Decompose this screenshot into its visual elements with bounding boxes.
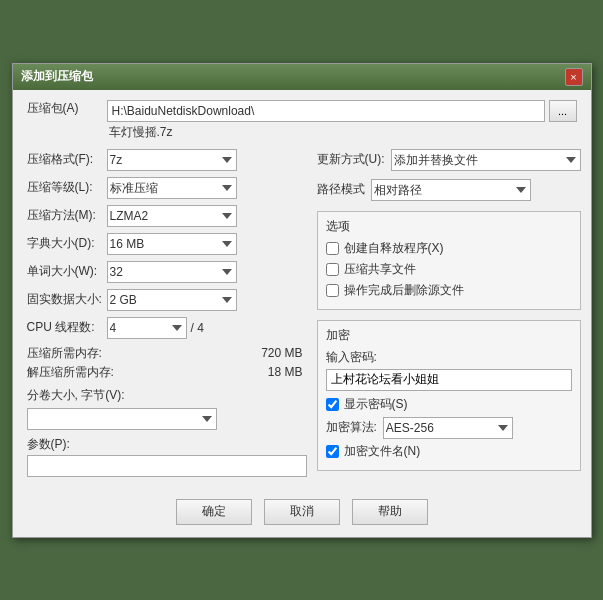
encrypt-title: 加密 — [326, 327, 572, 344]
main-content: 压缩格式(F): 7z zip 压缩等级(L): 标准压缩 压缩方法(M): — [27, 149, 577, 479]
method-row: 压缩方法(M): LZMA2 — [27, 205, 307, 227]
param-label: 参数(P): — [27, 437, 70, 451]
word-row: 单词大小(W): 32 — [27, 261, 307, 283]
left-panel: 压缩格式(F): 7z zip 压缩等级(L): 标准压缩 压缩方法(M): — [27, 149, 307, 479]
mem-need-row: 压缩所需内存: 720 MB — [27, 345, 307, 362]
solid-row: 固实数据大小: 2 GB — [27, 289, 307, 311]
word-select[interactable]: 32 — [107, 261, 237, 283]
mem-need-label: 压缩所需内存: — [27, 345, 107, 362]
cpu-suffix: / 4 — [191, 321, 204, 335]
cpu-input-group: 4 / 4 — [107, 317, 204, 339]
dict-select[interactable]: 16 MB — [107, 233, 237, 255]
encrypt-group: 加密 输入密码: 上村花论坛看小姐姐 显示密码(S) 加密算法: AES-256 — [317, 320, 581, 471]
encrypt-value-text: 上村花论坛看小姐姐 — [331, 371, 439, 388]
encrypt-value-display: 上村花论坛看小姐姐 — [326, 369, 572, 391]
opt1-label[interactable]: 创建自释放程序(X) — [344, 240, 444, 257]
title-bar: 添加到压缩包 × — [13, 64, 591, 90]
archive-path-line2: 车灯慢摇.7z — [107, 124, 577, 141]
update-row: 更新方式(U): 添加并替换文件 — [317, 149, 581, 171]
opt2-label[interactable]: 压缩共享文件 — [344, 261, 416, 278]
algo-select[interactable]: AES-256 — [383, 417, 513, 439]
options-title: 选项 — [326, 218, 572, 235]
format-row: 压缩格式(F): 7z zip — [27, 149, 307, 171]
archive-path-line1: H:\BaiduNetdiskDownload\ — [112, 104, 255, 118]
help-button[interactable]: 帮助 — [352, 499, 428, 525]
algo-row: 加密算法: AES-256 — [326, 417, 572, 439]
close-button[interactable]: × — [565, 68, 583, 86]
encrypt-input-label: 输入密码: — [326, 349, 572, 366]
archive-row: 压缩包(A) H:\BaiduNetdiskDownload\ ... 车灯慢摇… — [27, 100, 577, 141]
archive-path-box-row: H:\BaiduNetdiskDownload\ ... — [107, 100, 577, 122]
level-row: 压缩等级(L): 标准压缩 — [27, 177, 307, 199]
dict-label: 字典大小(D): — [27, 235, 107, 252]
path-mode-row: 路径模式 相对路径 — [317, 179, 581, 201]
path-mode-label: 路径模式 — [317, 181, 365, 198]
main-dialog: 添加到压缩包 × 压缩包(A) H:\BaiduNetdiskDownload\… — [12, 63, 592, 538]
opt2-checkbox[interactable] — [326, 263, 339, 276]
cpu-label: CPU 线程数: — [27, 319, 107, 336]
cpu-select[interactable]: 4 — [107, 317, 187, 339]
enc-filename-label[interactable]: 加密文件名(N) — [344, 443, 421, 460]
opt1-row: 创建自释放程序(X) — [326, 240, 572, 257]
dict-row: 字典大小(D): 16 MB — [27, 233, 307, 255]
opt1-checkbox[interactable] — [326, 242, 339, 255]
opt3-row: 操作完成后删除源文件 — [326, 282, 572, 299]
opt3-label[interactable]: 操作完成后删除源文件 — [344, 282, 464, 299]
volume-label: 分卷大小, 字节(V): — [27, 388, 125, 402]
dialog-footer: 确定 取消 帮助 — [13, 489, 591, 537]
opt3-checkbox[interactable] — [326, 284, 339, 297]
archive-path-display: H:\BaiduNetdiskDownload\ — [107, 100, 545, 122]
format-label: 压缩格式(F): — [27, 151, 107, 168]
format-select[interactable]: 7z zip — [107, 149, 237, 171]
show-pwd-checkbox[interactable] — [326, 398, 339, 411]
mem-decomp-value: 18 MB — [268, 365, 307, 379]
method-select[interactable]: LZMA2 — [107, 205, 237, 227]
enc-filename-checkbox[interactable] — [326, 445, 339, 458]
param-input[interactable] — [27, 455, 307, 477]
mem-decomp-row: 解压缩所需内存: 18 MB — [27, 364, 307, 381]
right-panel: 更新方式(U): 添加并替换文件 路径模式 相对路径 选项 — [317, 149, 581, 479]
archive-path-container: H:\BaiduNetdiskDownload\ ... 车灯慢摇.7z — [107, 100, 577, 141]
path-mode-select[interactable]: 相对路径 — [371, 179, 531, 201]
mem-decomp-label: 解压缩所需内存: — [27, 364, 114, 381]
word-label: 单词大小(W): — [27, 263, 107, 280]
show-pwd-row: 显示密码(S) — [326, 396, 572, 413]
ok-button[interactable]: 确定 — [176, 499, 252, 525]
volume-select[interactable] — [27, 408, 217, 430]
mem-need-value: 720 MB — [261, 346, 306, 360]
opt2-row: 压缩共享文件 — [326, 261, 572, 278]
enc-filename-row: 加密文件名(N) — [326, 443, 572, 460]
show-pwd-label[interactable]: 显示密码(S) — [344, 396, 408, 413]
dialog-title: 添加到压缩包 — [21, 68, 93, 85]
dialog-body: 压缩包(A) H:\BaiduNetdiskDownload\ ... 车灯慢摇… — [13, 90, 591, 489]
algo-label: 加密算法: — [326, 419, 377, 436]
update-select[interactable]: 添加并替换文件 — [391, 149, 581, 171]
method-label: 压缩方法(M): — [27, 207, 107, 224]
level-label: 压缩等级(L): — [27, 179, 107, 196]
options-group: 选项 创建自释放程序(X) 压缩共享文件 操作完成后删除源文件 — [317, 211, 581, 310]
level-select[interactable]: 标准压缩 — [107, 177, 237, 199]
cpu-row: CPU 线程数: 4 / 4 — [27, 317, 307, 339]
browse-button[interactable]: ... — [549, 100, 577, 122]
update-label: 更新方式(U): — [317, 151, 385, 168]
solid-label: 固实数据大小: — [27, 291, 107, 308]
archive-label: 压缩包(A) — [27, 100, 107, 117]
solid-select[interactable]: 2 GB — [107, 289, 237, 311]
cancel-button[interactable]: 取消 — [264, 499, 340, 525]
